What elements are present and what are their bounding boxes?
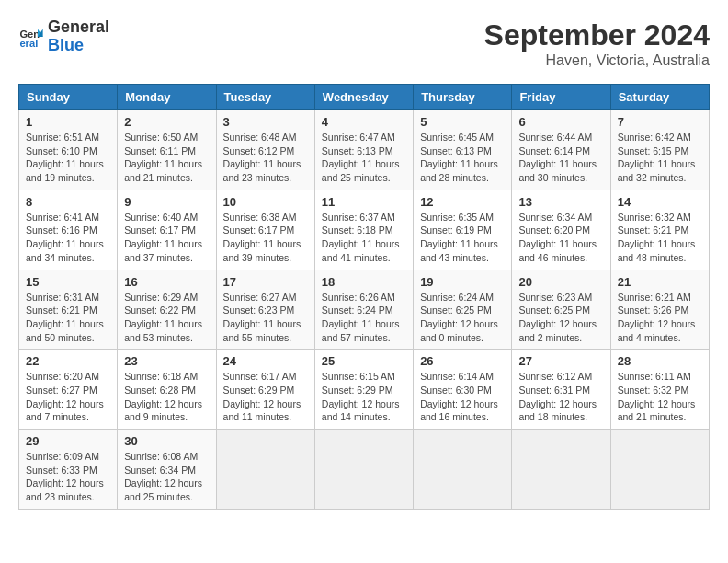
table-row: 16Sunrise: 6:29 AM Sunset: 6:22 PM Dayli… [118,270,216,350]
day-number: 26 [420,354,505,368]
table-row: 4Sunrise: 6:47 AM Sunset: 6:13 PM Daylig… [314,110,413,190]
table-row: 9Sunrise: 6:40 AM Sunset: 6:17 PM Daylig… [118,190,216,270]
day-number: 9 [124,195,209,209]
table-row: 25Sunrise: 6:15 AM Sunset: 6:29 PM Dayli… [314,350,413,430]
header-saturday: Saturday [610,85,709,110]
day-number: 12 [420,195,505,209]
day-info: Sunrise: 6:26 AM Sunset: 6:24 PM Dayligh… [322,291,406,345]
table-row: 27Sunrise: 6:12 AM Sunset: 6:31 PM Dayli… [512,350,610,430]
day-info: Sunrise: 6:24 AM Sunset: 6:25 PM Dayligh… [420,291,505,345]
header-friday: Friday [512,85,610,110]
day-info: Sunrise: 6:50 AM Sunset: 6:11 PM Dayligh… [124,131,209,185]
day-info: Sunrise: 6:35 AM Sunset: 6:19 PM Dayligh… [420,211,505,265]
table-row: 29Sunrise: 6:09 AM Sunset: 6:33 PM Dayli… [19,430,118,510]
day-number: 27 [518,354,603,368]
day-number: 29 [26,434,110,448]
day-number: 19 [420,275,505,289]
table-row [216,430,314,510]
day-number: 6 [518,115,603,129]
table-row: 13Sunrise: 6:34 AM Sunset: 6:20 PM Dayli… [512,190,610,270]
calendar-week-row: 8Sunrise: 6:41 AM Sunset: 6:16 PM Daylig… [19,190,710,270]
day-info: Sunrise: 6:38 AM Sunset: 6:17 PM Dayligh… [223,211,308,265]
table-row: 11Sunrise: 6:37 AM Sunset: 6:18 PM Dayli… [314,190,413,270]
day-number: 18 [322,275,406,289]
calendar-table: Sunday Monday Tuesday Wednesday Thursday… [18,84,710,510]
day-info: Sunrise: 6:12 AM Sunset: 6:31 PM Dayligh… [518,370,603,424]
table-row: 10Sunrise: 6:38 AM Sunset: 6:17 PM Dayli… [216,190,314,270]
day-info: Sunrise: 6:32 AM Sunset: 6:21 PM Dayligh… [618,211,702,265]
table-row: 20Sunrise: 6:23 AM Sunset: 6:25 PM Dayli… [512,270,610,350]
day-number: 2 [124,115,209,129]
logo-text-line2: Blue [48,37,109,55]
calendar-week-row: 15Sunrise: 6:31 AM Sunset: 6:21 PM Dayli… [19,270,710,350]
day-number: 24 [223,354,308,368]
day-info: Sunrise: 6:29 AM Sunset: 6:22 PM Dayligh… [124,291,209,345]
header-sunday: Sunday [19,85,118,110]
day-number: 5 [420,115,505,129]
day-number: 10 [223,195,308,209]
table-row: 7Sunrise: 6:42 AM Sunset: 6:15 PM Daylig… [610,110,709,190]
table-row: 1Sunrise: 6:51 AM Sunset: 6:10 PM Daylig… [19,110,118,190]
day-info: Sunrise: 6:47 AM Sunset: 6:13 PM Dayligh… [322,131,406,185]
day-info: Sunrise: 6:27 AM Sunset: 6:23 PM Dayligh… [223,291,308,345]
table-row [512,430,610,510]
table-row: 28Sunrise: 6:11 AM Sunset: 6:32 PM Dayli… [610,350,709,430]
calendar-week-row: 29Sunrise: 6:09 AM Sunset: 6:33 PM Dayli… [19,430,710,510]
day-info: Sunrise: 6:37 AM Sunset: 6:18 PM Dayligh… [322,211,406,265]
day-info: Sunrise: 6:15 AM Sunset: 6:29 PM Dayligh… [322,370,406,424]
table-row [314,430,413,510]
day-info: Sunrise: 6:45 AM Sunset: 6:13 PM Dayligh… [420,131,505,185]
table-row: 3Sunrise: 6:48 AM Sunset: 6:12 PM Daylig… [216,110,314,190]
header-tuesday: Tuesday [216,85,314,110]
logo: Gen eral General Blue [18,18,109,55]
day-number: 21 [618,275,702,289]
table-row: 18Sunrise: 6:26 AM Sunset: 6:24 PM Dayli… [314,270,413,350]
table-row: 5Sunrise: 6:45 AM Sunset: 6:13 PM Daylig… [414,110,512,190]
month-title: September 2024 [484,18,710,52]
logo-text-line1: General [48,18,109,37]
day-number: 20 [518,275,603,289]
day-info: Sunrise: 6:31 AM Sunset: 6:21 PM Dayligh… [26,291,110,345]
day-info: Sunrise: 6:23 AM Sunset: 6:25 PM Dayligh… [518,291,603,345]
table-row: 17Sunrise: 6:27 AM Sunset: 6:23 PM Dayli… [216,270,314,350]
table-row [610,430,709,510]
day-info: Sunrise: 6:18 AM Sunset: 6:28 PM Dayligh… [124,370,209,424]
calendar-week-row: 22Sunrise: 6:20 AM Sunset: 6:27 PM Dayli… [19,350,710,430]
page-header: Gen eral General Blue September 2024 Hav… [18,18,710,69]
day-info: Sunrise: 6:51 AM Sunset: 6:10 PM Dayligh… [26,131,110,185]
day-info: Sunrise: 6:08 AM Sunset: 6:34 PM Dayligh… [124,450,209,504]
day-info: Sunrise: 6:09 AM Sunset: 6:33 PM Dayligh… [26,450,110,504]
table-row: 19Sunrise: 6:24 AM Sunset: 6:25 PM Dayli… [414,270,512,350]
day-number: 8 [26,195,110,209]
day-info: Sunrise: 6:11 AM Sunset: 6:32 PM Dayligh… [618,370,702,424]
day-info: Sunrise: 6:17 AM Sunset: 6:29 PM Dayligh… [223,370,308,424]
header-wednesday: Wednesday [314,85,413,110]
day-number: 15 [26,275,110,289]
table-row: 15Sunrise: 6:31 AM Sunset: 6:21 PM Dayli… [19,270,118,350]
day-number: 11 [322,195,406,209]
day-info: Sunrise: 6:40 AM Sunset: 6:17 PM Dayligh… [124,211,209,265]
day-number: 14 [618,195,702,209]
day-number: 25 [322,354,406,368]
day-number: 30 [124,434,209,448]
day-info: Sunrise: 6:42 AM Sunset: 6:15 PM Dayligh… [618,131,702,185]
day-number: 28 [618,354,702,368]
day-number: 23 [124,354,209,368]
day-info: Sunrise: 6:34 AM Sunset: 6:20 PM Dayligh… [518,211,603,265]
day-info: Sunrise: 6:44 AM Sunset: 6:14 PM Dayligh… [518,131,603,185]
svg-text:eral: eral [19,38,38,49]
title-block: September 2024 Haven, Victoria, Australi… [484,18,710,69]
day-number: 3 [223,115,308,129]
day-number: 13 [518,195,603,209]
table-row: 6Sunrise: 6:44 AM Sunset: 6:14 PM Daylig… [512,110,610,190]
table-row: 14Sunrise: 6:32 AM Sunset: 6:21 PM Dayli… [610,190,709,270]
day-info: Sunrise: 6:20 AM Sunset: 6:27 PM Dayligh… [26,370,110,424]
table-row: 24Sunrise: 6:17 AM Sunset: 6:29 PM Dayli… [216,350,314,430]
table-row: 2Sunrise: 6:50 AM Sunset: 6:11 PM Daylig… [118,110,216,190]
day-number: 17 [223,275,308,289]
day-info: Sunrise: 6:41 AM Sunset: 6:16 PM Dayligh… [26,211,110,265]
calendar-week-row: 1Sunrise: 6:51 AM Sunset: 6:10 PM Daylig… [19,110,710,190]
day-info: Sunrise: 6:21 AM Sunset: 6:26 PM Dayligh… [618,291,702,345]
calendar-header-row: Sunday Monday Tuesday Wednesday Thursday… [19,85,710,110]
header-thursday: Thursday [414,85,512,110]
